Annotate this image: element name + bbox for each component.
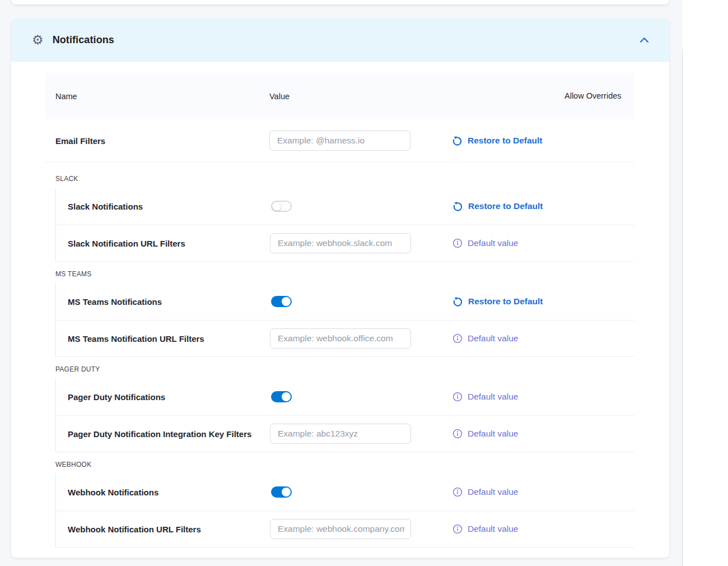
restore-to-default-link[interactable]: Restore to Default — [452, 136, 543, 146]
restore-to-default-link[interactable]: Restore to Default — [452, 201, 543, 212]
toggle-knob — [272, 202, 281, 211]
column-header-name: Name — [45, 92, 269, 101]
setting-action-cell: Default value — [452, 392, 634, 402]
gear-icon: ⚙ — [32, 34, 44, 47]
action-link-label: Restore to Default — [468, 296, 543, 307]
setting-name-label: Pager Duty Notification Integration Key … — [56, 429, 270, 439]
setting-name-label: MS Teams Notification URL Filters — [56, 334, 270, 344]
setting-input[interactable] — [270, 424, 411, 444]
info-icon — [452, 333, 463, 344]
action-link-label: Default value — [468, 487, 518, 497]
default-value-link[interactable]: Default value — [452, 487, 518, 497]
table-header-row: Name Value Allow Overrides — [45, 73, 634, 119]
setting-value-cell — [270, 233, 452, 253]
toggle-knob — [282, 488, 291, 497]
setting-row: Webhook NotificationsDefault value — [56, 474, 634, 511]
setting-name-label: Slack Notifications — [56, 202, 270, 211]
setting-action-cell: Default value — [452, 487, 634, 497]
panel-header[interactable]: ⚙ Notifications — [11, 18, 669, 62]
ungrouped-rows: Email FiltersRestore to Default — [45, 119, 634, 163]
previous-section-card — [11, 0, 669, 4]
restore-icon — [452, 296, 463, 307]
setting-input[interactable] — [270, 328, 411, 349]
notifications-panel: ⚙ Notifications Name Value Allow Overrid… — [11, 18, 669, 558]
toggle-knob — [282, 392, 291, 401]
default-value-link[interactable]: Default value — [452, 333, 518, 344]
group-label: MS TEAMS — [45, 262, 634, 283]
restore-icon — [452, 136, 463, 146]
default-value-link[interactable]: Default value — [452, 238, 518, 248]
setting-value-cell — [270, 486, 452, 498]
info-icon — [452, 524, 463, 534]
setting-row: Slack Notification URL FiltersDefault va… — [56, 225, 634, 262]
setting-row: MS Teams Notification URL FiltersDefault… — [56, 321, 634, 357]
restore-to-default-link[interactable]: Restore to Default — [452, 296, 543, 307]
default-value-link[interactable]: Default value — [452, 429, 518, 439]
settings-section: Email FiltersRestore to Default — [45, 119, 634, 163]
setting-action-cell: Default value — [452, 238, 634, 248]
setting-input[interactable] — [270, 519, 411, 539]
column-header-allow-overrides: Allow Overrides — [564, 89, 634, 103]
toggle-switch[interactable] — [271, 391, 292, 402]
setting-value-cell — [270, 424, 452, 444]
action-link-label: Default value — [468, 238, 518, 248]
group-rows: MS Teams NotificationsRestore to Default… — [55, 283, 634, 357]
info-icon — [452, 392, 463, 402]
setting-row: Webhook Notification URL FiltersDefault … — [56, 511, 634, 548]
group-label: SLACK — [45, 163, 634, 188]
setting-name-label: Webhook Notification URL Filters — [56, 525, 270, 534]
setting-action-cell: Default value — [452, 333, 634, 344]
setting-name-label: Pager Duty Notifications — [56, 392, 270, 402]
action-link-label: Default value — [468, 333, 518, 344]
setting-value-cell — [269, 131, 452, 151]
setting-action-cell: Default value — [452, 429, 634, 439]
setting-input[interactable] — [270, 233, 411, 253]
info-icon — [452, 238, 463, 248]
setting-row: MS Teams NotificationsRestore to Default — [56, 283, 634, 321]
group-label: WEBHOOK — [45, 452, 634, 474]
setting-value-cell — [270, 201, 452, 212]
toggle-switch[interactable] — [271, 486, 292, 498]
right-panel-divider — [682, 49, 683, 566]
settings-table: Name Value Allow Overrides Email Filters… — [45, 73, 634, 548]
setting-value-cell — [270, 519, 452, 539]
default-value-link[interactable]: Default value — [452, 392, 518, 402]
setting-action-cell: Default value — [452, 524, 634, 534]
right-pane — [683, 0, 728, 566]
setting-name-label: MS Teams Notifications — [56, 297, 270, 307]
action-link-label: Default value — [468, 524, 518, 534]
setting-row: Email FiltersRestore to Default — [45, 119, 634, 163]
setting-action-cell: Restore to Default — [452, 201, 634, 212]
action-link-label: Restore to Default — [468, 201, 543, 211]
setting-action-cell: Restore to Default — [452, 136, 634, 146]
chevron-up-icon — [640, 37, 649, 43]
action-link-label: Restore to Default — [468, 136, 543, 146]
toggle-switch[interactable] — [271, 296, 292, 307]
group-rows: Slack NotificationsRestore to DefaultSla… — [55, 188, 634, 262]
toggle-knob — [282, 297, 291, 306]
collapse-button[interactable] — [636, 32, 652, 49]
setting-value-cell — [270, 391, 452, 402]
settings-section: SLACKSlack NotificationsRestore to Defau… — [45, 163, 634, 262]
default-value-link[interactable]: Default value — [452, 524, 518, 534]
setting-name-label: Slack Notification URL Filters — [56, 239, 270, 248]
toggle-switch[interactable] — [271, 201, 292, 212]
setting-name-label: Webhook Notifications — [56, 488, 270, 497]
setting-row: Pager Duty Notification Integration Key … — [56, 416, 634, 452]
setting-name-label: Email Filters — [45, 136, 269, 146]
settings-section: WEBHOOKWebhook NotificationsDefault valu… — [45, 452, 634, 548]
panel-title: Notifications — [53, 34, 636, 46]
group-label: PAGER DUTY — [45, 357, 634, 378]
table-body: Email FiltersRestore to DefaultSLACKSlac… — [45, 119, 634, 548]
setting-input[interactable] — [269, 131, 410, 151]
setting-value-cell — [270, 328, 452, 349]
setting-action-cell: Restore to Default — [452, 296, 634, 307]
info-icon — [452, 429, 463, 439]
setting-row: Pager Duty NotificationsDefault value — [56, 378, 634, 416]
setting-value-cell — [270, 296, 452, 307]
action-link-label: Default value — [468, 392, 518, 402]
action-link-label: Default value — [468, 429, 518, 439]
column-header-value: Value — [269, 92, 452, 101]
group-rows: Webhook NotificationsDefault valueWebhoo… — [55, 474, 634, 548]
settings-section: PAGER DUTYPager Duty NotificationsDefaul… — [45, 357, 634, 452]
